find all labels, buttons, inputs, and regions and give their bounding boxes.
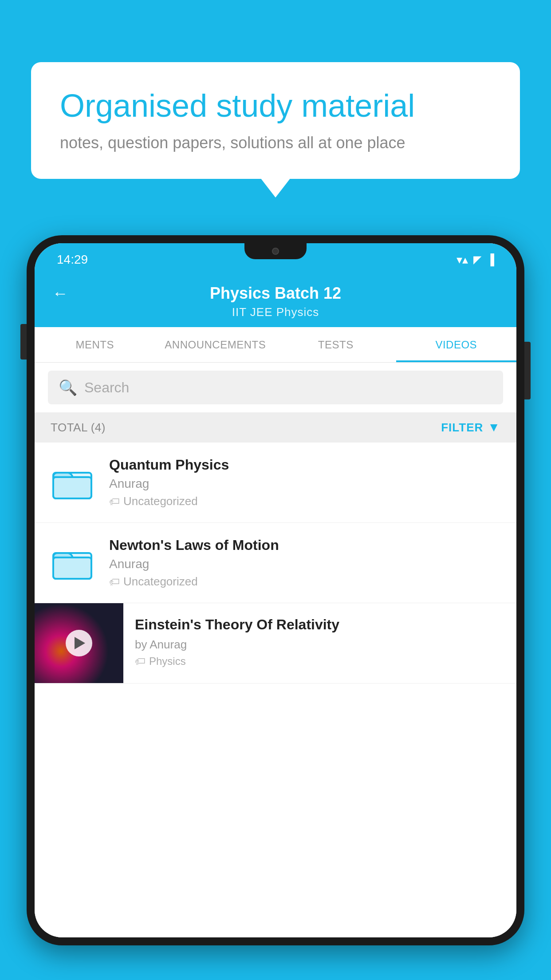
- list-item[interactable]: Newton's Laws of Motion Anurag 🏷 Uncateg…: [35, 523, 516, 603]
- phone-screen: 14:29 ▾▴ ◤ ▐ ← Physics Batch 12 IIT JEE …: [35, 243, 516, 937]
- video-list: Quantum Physics Anurag 🏷 Uncategorized: [35, 443, 516, 937]
- video-tag: 🏷 Uncategorized: [109, 575, 503, 589]
- filter-label: FILTER: [441, 421, 483, 435]
- tag-icon: 🏷: [109, 576, 120, 588]
- header-subtitle: IIT JEE Physics: [232, 305, 319, 319]
- list-item[interactable]: Quantum Physics Anurag 🏷 Uncategorized: [35, 443, 516, 523]
- total-label: TOTAL (4): [51, 421, 106, 435]
- header-title: Physics Batch 12: [210, 284, 341, 303]
- search-input[interactable]: Search: [84, 379, 129, 396]
- app-header: ← Physics Batch 12 IIT JEE Physics: [35, 274, 516, 327]
- search-bar-container: 🔍 Search: [35, 363, 516, 412]
- svg-rect-6: [53, 557, 91, 579]
- tab-announcements[interactable]: ANNOUNCEMENTS: [155, 327, 276, 362]
- notch: [244, 243, 307, 259]
- video-title: Newton's Laws of Motion: [109, 537, 503, 553]
- phone-outer: 14:29 ▾▴ ◤ ▐ ← Physics Batch 12 IIT JEE …: [27, 235, 524, 945]
- signal-icon: ◤: [473, 253, 481, 266]
- tab-tests[interactable]: TESTS: [276, 327, 396, 362]
- speech-bubble-container: Organised study material notes, question…: [31, 62, 520, 179]
- filter-bar: TOTAL (4) FILTER ▼: [35, 412, 516, 443]
- play-button[interactable]: [66, 630, 92, 656]
- speech-bubble-subtitle: notes, question papers, solutions all at…: [60, 134, 491, 152]
- filter-button[interactable]: FILTER ▼: [441, 420, 500, 435]
- einstein-thumbnail: [35, 603, 123, 683]
- camera-dot: [272, 248, 279, 255]
- wifi-icon: ▾▴: [457, 253, 468, 267]
- video-author: Anurag: [109, 477, 503, 491]
- svg-rect-2: [53, 477, 91, 498]
- list-item[interactable]: Einstein's Theory Of Relativity by Anura…: [35, 603, 516, 684]
- speech-bubble-title: Organised study material: [60, 87, 491, 125]
- video-info: Newton's Laws of Motion Anurag 🏷 Uncateg…: [109, 537, 503, 589]
- video-info: Quantum Physics Anurag 🏷 Uncategorized: [109, 457, 503, 508]
- tab-videos[interactable]: VIDEOS: [396, 327, 517, 362]
- status-time: 14:29: [57, 253, 88, 267]
- battery-icon: ▐: [487, 253, 494, 266]
- einstein-info: Einstein's Theory Of Relativity by Anura…: [123, 603, 516, 680]
- tabs-bar: MENTS ANNOUNCEMENTS TESTS VIDEOS: [35, 327, 516, 363]
- tag-icon: 🏷: [135, 655, 146, 668]
- app-header-row: ← Physics Batch 12: [52, 284, 499, 303]
- search-bar[interactable]: 🔍 Search: [48, 371, 503, 404]
- play-icon: [75, 637, 85, 649]
- video-folder-icon: [48, 538, 97, 587]
- back-button[interactable]: ←: [52, 284, 68, 303]
- video-author: Anurag: [109, 557, 503, 571]
- status-icons: ▾▴ ◤ ▐: [457, 253, 494, 267]
- einstein-author: by Anurag: [135, 638, 505, 652]
- speech-bubble: Organised study material notes, question…: [31, 62, 520, 179]
- video-title: Quantum Physics: [109, 457, 503, 473]
- phone-wrapper: 14:29 ▾▴ ◤ ▐ ← Physics Batch 12 IIT JEE …: [27, 235, 524, 980]
- search-icon: 🔍: [59, 379, 77, 396]
- tab-ments[interactable]: MENTS: [35, 327, 155, 362]
- filter-icon: ▼: [488, 420, 500, 435]
- einstein-tag: 🏷 Physics: [135, 655, 505, 668]
- einstein-title: Einstein's Theory Of Relativity: [135, 616, 505, 634]
- video-tag: 🏷 Uncategorized: [109, 494, 503, 508]
- video-folder-icon: [48, 458, 97, 507]
- tag-icon: 🏷: [109, 495, 120, 508]
